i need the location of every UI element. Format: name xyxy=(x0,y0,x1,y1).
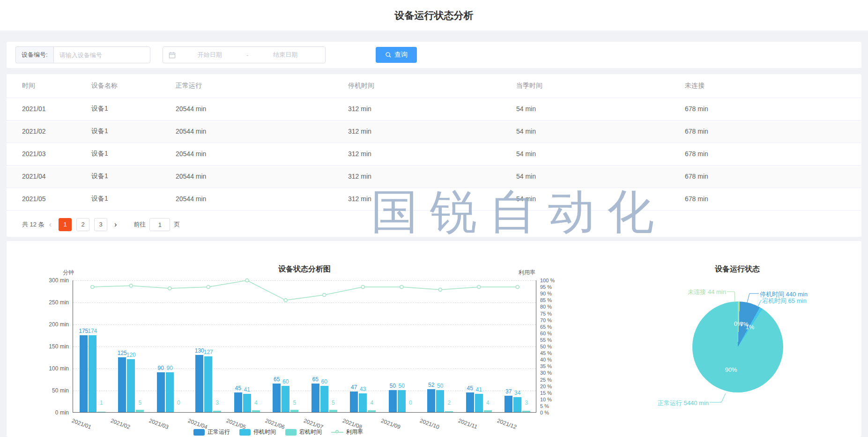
page-button-2[interactable]: 2 xyxy=(76,218,89,231)
pagination-total: 共 12 条 xyxy=(22,220,45,229)
table-cell: 20544 min xyxy=(176,120,348,143)
bar-value-label: 5 xyxy=(286,399,303,406)
table-row[interactable]: 2021/01设备120544 min312 min54 min678 min xyxy=(7,98,861,120)
legend-item-宕机时间[interactable]: 宕机时间 xyxy=(285,428,322,436)
table-row[interactable]: 2021/04设备120544 min312 min54 min678 min xyxy=(7,165,861,188)
table-cell: 54 min xyxy=(516,143,685,165)
bar-宕机时间 xyxy=(213,411,221,412)
bar-group-2021/03: 90900 xyxy=(150,280,189,412)
column-header: 停机时间 xyxy=(348,74,516,98)
bar-宕机时间 xyxy=(290,410,298,412)
bar-value-label: 0 xyxy=(170,399,187,406)
bar-value-label: 90 xyxy=(161,365,178,371)
bar-group-2021/04: 1301273 xyxy=(189,280,228,412)
page-unit-label: 页 xyxy=(174,220,180,229)
app-header: 设备运行状态分析 xyxy=(0,0,868,30)
next-page-icon[interactable]: › xyxy=(110,220,121,229)
table-cell: 20544 min xyxy=(176,165,348,188)
left-axis-name: 分钟 xyxy=(63,269,74,277)
table-row[interactable]: 2021/02设备120544 min312 min54 min678 min xyxy=(7,120,861,143)
bar-value-label: 43 xyxy=(355,386,371,392)
legend-item-正常运行[interactable]: 正常运行 xyxy=(193,428,230,436)
bar-group-2021/07: 65605 xyxy=(305,280,344,412)
y-axis-tick-right: 5 % xyxy=(540,403,549,409)
bar-停机时间 xyxy=(320,386,328,412)
bar-value-label: 120 xyxy=(123,352,140,358)
device-number-label: 设备编号: xyxy=(15,46,53,63)
table-cell: 2021/03 xyxy=(7,143,91,165)
legend-swatch xyxy=(239,429,251,436)
device-number-input[interactable] xyxy=(53,46,150,63)
bar-value-label: 50 xyxy=(432,383,449,389)
bar-正常运行 xyxy=(118,357,126,413)
bar-宕机时间 xyxy=(329,410,337,412)
table-header-row: 时间设备名称正常运行停机时间当季时间未连接 xyxy=(7,74,861,98)
column-header: 未连接 xyxy=(685,74,861,98)
bar-value-label: 41 xyxy=(470,386,487,393)
bar-value-label: 2 xyxy=(441,399,458,406)
table-cell: 678 min xyxy=(685,98,861,120)
prev-page-icon[interactable]: ‹ xyxy=(45,220,56,229)
bar-value-label: 4 xyxy=(247,399,264,406)
date-range-picker[interactable]: 开始日期 - 结束日期 xyxy=(163,46,326,63)
page-title: 设备运行状态分析 xyxy=(395,9,474,22)
bar-value-label: 34 xyxy=(509,390,526,396)
date-start-placeholder[interactable]: 开始日期 xyxy=(176,51,244,59)
pie-callout-正常运行: 正常运行 5440 min xyxy=(658,399,709,407)
right-axis-name: 利用率 xyxy=(519,269,535,277)
bar-正常运行 xyxy=(157,372,165,412)
bar-正常运行 xyxy=(312,384,319,412)
legend-line-dot xyxy=(335,430,339,433)
column-header: 时间 xyxy=(7,74,91,98)
legend-label: 停机时间 xyxy=(253,428,276,436)
pie-percent-宕机时间: 1% xyxy=(746,323,755,330)
bar-正常运行 xyxy=(389,390,397,412)
table-cell: 2021/01 xyxy=(7,98,91,120)
bar-group-2021/10: 52502 xyxy=(421,280,460,412)
table-row[interactable]: 2021/03设备120544 min312 min54 min678 min xyxy=(7,143,861,165)
table-cell: 设备1 xyxy=(91,120,176,143)
legend-item-停机时间[interactable]: 停机时间 xyxy=(239,428,276,436)
date-end-placeholder[interactable]: 结束日期 xyxy=(252,51,319,59)
device-table: 时间设备名称正常运行停机时间当季时间未连接 2021/01设备120544 mi… xyxy=(7,74,861,211)
legend-label: 利用率 xyxy=(346,428,363,436)
bar-宕机时间 xyxy=(522,411,530,412)
table-cell: 54 min xyxy=(516,120,685,143)
bar-value-label: 5 xyxy=(325,399,341,406)
goto-page-input[interactable] xyxy=(149,218,170,231)
table-cell: 54 min xyxy=(516,98,685,120)
table-cell: 678 min xyxy=(685,165,861,188)
bar-group-2021/09: 50500 xyxy=(382,280,421,412)
bar-chart-title: 设备状态分析图 xyxy=(278,264,331,274)
bar-value-label: 1 xyxy=(93,399,110,406)
bar-value-label: 50 xyxy=(393,383,410,389)
device-number-group: 设备编号: xyxy=(15,46,150,63)
table-cell: 设备1 xyxy=(91,98,176,120)
bar-正常运行 xyxy=(350,392,358,412)
running-status-pie: 设备运行状态 0%7%1%90% 未连接 44 min停机时间 440 min宕… xyxy=(550,241,868,437)
legend-item-利用率[interactable]: 利用率 xyxy=(331,428,363,436)
table-cell: 20544 min xyxy=(176,188,348,210)
query-button-label: 查询 xyxy=(394,51,408,59)
search-icon xyxy=(385,52,392,58)
bar-value-label: 174 xyxy=(84,328,101,334)
page-button-3[interactable]: 3 xyxy=(94,218,107,231)
table-cell: 678 min xyxy=(685,188,861,210)
bar-正常运行 xyxy=(466,392,474,412)
query-button[interactable]: 查询 xyxy=(376,47,417,63)
calendar-icon xyxy=(169,52,176,59)
table-row[interactable]: 2021/05设备120544 min312 min54 min678 min xyxy=(7,188,861,210)
pie-percent-正常运行: 90% xyxy=(725,366,737,373)
search-toolbar: 设备编号: 开始日期 - 结束日期 查 xyxy=(7,42,861,68)
bar-停机时间 xyxy=(166,372,174,412)
bar-正常运行 xyxy=(195,355,203,412)
pagination: 共 12 条 ‹ 123 › 前往 页 xyxy=(22,218,180,231)
status-analysis-chart: 设备状态分析图 分钟 利用率 0 min50 min100 min150 min… xyxy=(7,241,550,437)
pie-chart-title: 设备运行状态 xyxy=(715,264,760,274)
page-button-1[interactable]: 1 xyxy=(59,218,72,231)
legend-label: 宕机时间 xyxy=(299,428,322,436)
bar-value-label: 60 xyxy=(277,378,294,385)
goto-label: 前往 xyxy=(134,220,146,229)
date-range-separator: - xyxy=(244,52,251,59)
page: 设备运行状态分析 设备编号: 开始日期 - 结束日期 xyxy=(0,0,868,437)
